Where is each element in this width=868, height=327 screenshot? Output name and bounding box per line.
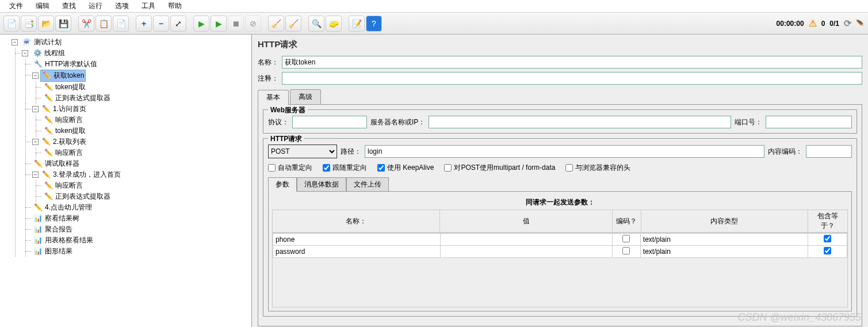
- jmeter-icon: 🪶: [856, 20, 865, 28]
- inner-tab-files[interactable]: 文件上传: [346, 177, 389, 192]
- tree-item[interactable]: 📊聚合报告: [32, 224, 74, 235]
- include-equals-checkbox[interactable]: [824, 235, 831, 242]
- item-icon: 📊: [33, 225, 43, 234]
- expand-icon[interactable]: +: [136, 16, 152, 32]
- menu-search[interactable]: 查找: [56, 0, 82, 12]
- encoding-input[interactable]: [806, 145, 852, 158]
- tree-thread-group[interactable]: ⚙️ 线程组: [32, 48, 66, 59]
- clear-all-icon[interactable]: 🧹: [285, 16, 301, 32]
- comment-label: 注释：: [258, 74, 278, 83]
- menu-file[interactable]: 文件: [3, 0, 29, 12]
- th-value[interactable]: 值: [439, 210, 612, 233]
- inner-tab-params[interactable]: 参数: [268, 177, 297, 192]
- cb-keepalive[interactable]: 使用 KeepAlive: [377, 163, 434, 173]
- inner-tab-body[interactable]: 消息体数据: [297, 177, 346, 192]
- th-name[interactable]: 名称：: [273, 210, 440, 233]
- path-input[interactable]: [365, 145, 764, 158]
- shutdown-icon[interactable]: ⊘: [245, 16, 261, 32]
- menu-tools[interactable]: 工具: [136, 0, 161, 12]
- tree-toggle[interactable]: −: [32, 172, 39, 178]
- menu-edit[interactable]: 编辑: [30, 0, 55, 12]
- tree-item[interactable]: ✏️正则表达式提取器: [43, 191, 112, 202]
- tree-item[interactable]: ✏️响应断言: [43, 180, 84, 191]
- copy-icon[interactable]: 📋: [95, 16, 112, 32]
- port-input[interactable]: [766, 116, 852, 128]
- menu-run[interactable]: 运行: [83, 0, 108, 12]
- search-icon[interactable]: 🔍: [308, 16, 324, 32]
- item-icon: ✏️: [44, 83, 53, 92]
- paste-icon[interactable]: 📄: [113, 16, 129, 32]
- tree-item[interactable]: ✏️调试取样器: [32, 158, 81, 169]
- item-icon: ✏️: [44, 149, 53, 158]
- tab-basic[interactable]: 基本: [258, 90, 289, 105]
- table-row[interactable]: password text/plain: [273, 246, 847, 258]
- open-icon[interactable]: 📂: [38, 16, 54, 32]
- params-heading: 同请求一起发送参数：: [272, 197, 848, 207]
- name-input[interactable]: [282, 56, 862, 69]
- tree-item[interactable]: ✏️正则表达式提取器: [43, 93, 112, 104]
- new-icon[interactable]: 📄: [3, 16, 20, 32]
- menu-help[interactable]: 帮助: [162, 0, 188, 12]
- warning-icon[interactable]: ⚠: [809, 18, 817, 29]
- start-no-timers-icon[interactable]: ▶: [211, 16, 227, 32]
- menu-bar: 文件 编辑 查找 运行 选项 工具 帮助: [0, 0, 868, 13]
- tree-item[interactable]: 📊图形结果: [32, 246, 74, 257]
- cut-icon[interactable]: ✂️: [78, 16, 94, 32]
- encode-checkbox[interactable]: [622, 235, 630, 242]
- th-content-type[interactable]: 内容类型: [641, 210, 808, 233]
- help-icon[interactable]: ?: [366, 16, 382, 32]
- table-row[interactable]: phone text/plain: [273, 234, 847, 246]
- item-icon: ✏️: [41, 170, 51, 180]
- tree-toggle[interactable]: −: [32, 106, 39, 112]
- item-icon: 📊: [33, 214, 43, 223]
- comment-input[interactable]: [282, 72, 862, 85]
- tree-item[interactable]: 🔧HTTP请求默认值: [32, 59, 98, 70]
- tree-item[interactable]: 📊用表格察看结果: [32, 235, 94, 246]
- item-icon: ✏️: [41, 105, 51, 114]
- clear-icon[interactable]: 🧹: [268, 16, 284, 32]
- tree-toggle[interactable]: −: [22, 50, 28, 56]
- th-include-equals[interactable]: 包含等于？: [808, 210, 848, 233]
- tree-item[interactable]: ✏️2.获取列表: [40, 136, 87, 147]
- stop-icon[interactable]: ⏹: [228, 16, 244, 32]
- tree-item[interactable]: ✏️3.登录成功，进入首页: [40, 169, 122, 180]
- refresh-icon[interactable]: ⟳: [844, 18, 851, 29]
- tree-test-plan[interactable]: ⚗️ 测试计划: [21, 37, 63, 48]
- watermark: CSDN @weixin_43867955: [738, 311, 861, 324]
- section-title-http-request: HTTP请求: [268, 134, 304, 144]
- tree-item[interactable]: ✏️响应断言: [43, 147, 84, 158]
- function-helper-icon[interactable]: 📝: [349, 16, 365, 32]
- tree-item[interactable]: ✏️获取token: [40, 70, 86, 82]
- server-input[interactable]: [429, 116, 731, 128]
- tree-toggle[interactable]: −: [32, 73, 39, 79]
- tree-item[interactable]: ✏️响应断言: [43, 115, 84, 126]
- cb-auto-redirect[interactable]: 自动重定向: [268, 163, 312, 173]
- tree-item[interactable]: ✏️token提取: [43, 82, 87, 93]
- cb-multipart[interactable]: 对POST使用multipart / form-data: [444, 163, 555, 173]
- toggle-icon[interactable]: ⤢: [170, 16, 186, 32]
- protocol-input[interactable]: [292, 116, 367, 128]
- tree-toggle[interactable]: −: [12, 39, 18, 45]
- th-encode[interactable]: 编码？: [613, 210, 641, 233]
- tree-item[interactable]: ✏️token提取: [43, 126, 87, 136]
- include-equals-checkbox[interactable]: [824, 247, 831, 254]
- reset-search-icon[interactable]: 🧽: [326, 16, 342, 32]
- protocol-label: 协议：: [268, 117, 289, 127]
- section-http-request: HTTP请求 POST 路径： 内容编码： 自动重定向 跟随重定向 使用 Kee…: [263, 138, 857, 317]
- tree-item[interactable]: ✏️1.访问首页: [40, 104, 87, 115]
- encode-checkbox[interactable]: [622, 247, 630, 254]
- item-icon: 📊: [33, 236, 43, 245]
- item-icon: ✏️: [44, 192, 53, 201]
- tab-advanced[interactable]: 高级: [290, 89, 321, 104]
- method-select[interactable]: POST: [268, 145, 337, 158]
- tree-toggle[interactable]: −: [32, 139, 39, 145]
- save-icon[interactable]: 💾: [55, 16, 71, 32]
- cb-browser-headers[interactable]: 与浏览器兼容的头: [565, 163, 630, 173]
- tree-item[interactable]: ✏️4.点击幼儿管理: [32, 202, 93, 213]
- tree-item[interactable]: 📊察看结果树: [32, 213, 81, 224]
- templates-icon[interactable]: 📑: [21, 16, 37, 32]
- collapse-icon[interactable]: −: [153, 16, 169, 32]
- start-icon[interactable]: ▶: [193, 16, 209, 32]
- menu-options[interactable]: 选项: [109, 0, 135, 12]
- cb-follow-redirect[interactable]: 跟随重定向: [323, 163, 367, 173]
